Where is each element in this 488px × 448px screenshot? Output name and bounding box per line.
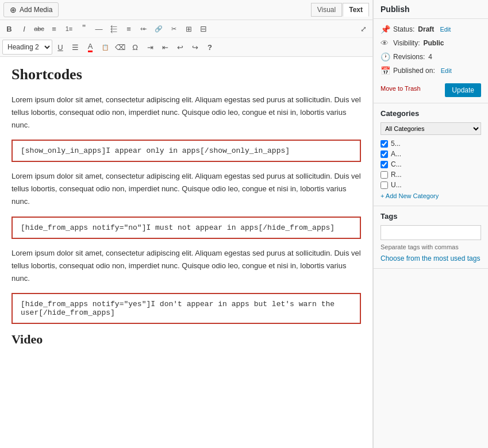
- omega-icon: Ω: [132, 43, 138, 52]
- bold-icon: B: [6, 25, 11, 33]
- category-checkbox-2[interactable]: [381, 161, 388, 168]
- justify-button[interactable]: ☰: [68, 40, 82, 54]
- special-chars-button[interactable]: ⊞: [182, 22, 195, 36]
- bold-button[interactable]: B: [2, 22, 16, 36]
- tags-title: Tags: [381, 212, 481, 221]
- toolbar-row-2: Heading 2 Paragraph Heading 1 Heading 3 …: [0, 38, 372, 56]
- category-checkbox-4[interactable]: [381, 181, 388, 189]
- toolbar-row-1: B I abc ≡ 1≡ " — ⬱ ≡ ⬰ 🔗 ✂ ⊞ ⊟ ⤢: [0, 20, 372, 38]
- erase-icon: ⌫: [115, 43, 125, 52]
- paragraph-3[interactable]: Lorem ipsum dolor sit amet, consectetur …: [11, 247, 361, 285]
- table-button[interactable]: ⊟: [197, 22, 210, 36]
- justify-icon: ☰: [72, 43, 79, 52]
- visibility-label: Visibility:: [393, 39, 420, 47]
- fullscreen-button[interactable]: ⤢: [356, 22, 370, 36]
- category-label-1: A...: [391, 150, 401, 158]
- hr-button[interactable]: —: [92, 22, 106, 36]
- ordered-list-button[interactable]: 1≡: [62, 22, 76, 36]
- redo-button[interactable]: ↪: [188, 40, 202, 54]
- tab-text[interactable]: Text: [343, 3, 369, 17]
- align-left-button[interactable]: ⬱: [107, 22, 121, 36]
- editor-toolbar: B I abc ≡ 1≡ " — ⬱ ≡ ⬰ 🔗 ✂ ⊞ ⊟ ⤢ Headi: [0, 20, 372, 57]
- revisions-value: 4: [428, 53, 432, 61]
- update-button[interactable]: Update: [445, 83, 481, 97]
- add-category-link[interactable]: + Add New Category: [381, 192, 439, 199]
- blockquote-button[interactable]: ": [77, 22, 91, 36]
- pin-icon: 📌: [381, 25, 390, 34]
- status-row: 📌 Status: Draft Edit: [381, 25, 481, 34]
- main-heading[interactable]: Shortcodes: [11, 66, 361, 83]
- indent-icon: ⇥: [147, 43, 153, 52]
- move-to-trash-link[interactable]: Move to Trash: [381, 83, 421, 94]
- revisions-label: Revisions:: [393, 53, 425, 61]
- choose-from-used-link[interactable]: Choose from the most used tags: [381, 254, 480, 262]
- align-right-icon: ⬰: [140, 24, 147, 33]
- published-label: Published on:: [393, 67, 435, 75]
- redo-icon: ↪: [192, 43, 198, 52]
- tags-section: Tags Separate tags with commas Choose fr…: [374, 206, 488, 269]
- status-label: Status:: [393, 25, 414, 33]
- shortcode-block-2[interactable]: [hide_from_apps notify="no"]I must not a…: [11, 217, 361, 239]
- view-tabs: Visual Text: [311, 3, 369, 17]
- text-color-button[interactable]: A: [83, 40, 97, 54]
- paragraph-1[interactable]: Lorem ipsum dolor sit amet, consectetur …: [11, 94, 361, 132]
- shortcode-block-3[interactable]: [hide_from_apps notify="yes"]I don't app…: [11, 293, 361, 324]
- shortcode-block-1[interactable]: [show_only_in_apps]I appear only in apps…: [11, 140, 361, 162]
- align-right-button[interactable]: ⬰: [137, 22, 151, 36]
- strikethrough-icon: abc: [34, 25, 44, 32]
- link-icon: 🔗: [155, 25, 163, 33]
- visibility-row: 👁 Visibility: Public: [381, 38, 481, 48]
- shortcode-text-1: [show_only_in_apps]I appear only in apps…: [21, 146, 290, 155]
- editor-content: Shortcodes Lorem ipsum dolor sit amet, c…: [0, 57, 372, 448]
- strikethrough-button[interactable]: abc: [32, 22, 46, 36]
- visibility-value: Public: [423, 39, 444, 47]
- paste-as-text-button[interactable]: 📋: [98, 40, 112, 54]
- edit-published-link[interactable]: Edit: [441, 67, 452, 74]
- tags-separator-note: Separate tags with commas: [381, 244, 481, 250]
- category-item-3: R...: [381, 171, 481, 179]
- eye-icon: 👁: [381, 38, 390, 48]
- indent-button[interactable]: ⇥: [143, 40, 157, 54]
- all-categories-dropdown[interactable]: All Categories: [381, 122, 481, 135]
- special-chars-icon: ⊞: [186, 25, 192, 33]
- fullscreen-icon: ⤢: [360, 25, 367, 33]
- italic-button[interactable]: I: [17, 22, 31, 36]
- category-item-2: C...: [381, 160, 481, 168]
- clock-icon: 🕐: [381, 52, 390, 61]
- calendar-icon: 📅: [381, 66, 390, 75]
- ol-icon: 1≡: [66, 25, 73, 32]
- outdent-button[interactable]: ⇤: [158, 40, 172, 54]
- category-checkbox-0[interactable]: [381, 140, 388, 148]
- paragraph-2[interactable]: Lorem ipsum dolor sit amet, consectetur …: [11, 170, 361, 208]
- add-media-label: Add Media: [20, 6, 52, 14]
- heading-select[interactable]: Heading 2 Paragraph Heading 1 Heading 3 …: [2, 40, 52, 55]
- tab-visual[interactable]: Visual: [311, 3, 342, 17]
- outdent-icon: ⇤: [162, 43, 168, 52]
- add-media-button[interactable]: ⊕ Add Media: [3, 2, 59, 17]
- tags-input[interactable]: [381, 225, 481, 240]
- publish-title: Publish: [381, 5, 410, 14]
- shortcode-text-3: [hide_from_apps notify="yes"]I don't app…: [21, 300, 335, 317]
- special-char-button[interactable]: Ω: [128, 40, 142, 54]
- underline-button[interactable]: U: [53, 40, 67, 54]
- text-color-icon: A: [88, 42, 93, 53]
- ul-icon: ≡: [52, 25, 56, 33]
- category-item-0: 5...: [381, 140, 481, 148]
- category-checkbox-3[interactable]: [381, 171, 388, 179]
- video-heading[interactable]: Video: [11, 332, 361, 347]
- clear-format-button[interactable]: ⌫: [113, 40, 127, 54]
- category-item-1: A...: [381, 150, 481, 158]
- help-button[interactable]: ?: [203, 40, 217, 54]
- category-label-4: U...: [391, 181, 402, 189]
- unordered-list-button[interactable]: ≡: [47, 22, 61, 36]
- align-left-icon: ⬱: [110, 24, 117, 33]
- category-checkbox-1[interactable]: [381, 150, 388, 158]
- align-center-button[interactable]: ≡: [122, 22, 136, 36]
- link-button[interactable]: 🔗: [152, 22, 166, 36]
- unlink-button[interactable]: ✂: [167, 22, 180, 36]
- edit-status-link[interactable]: Edit: [440, 26, 451, 33]
- category-label-3: R...: [391, 171, 402, 179]
- hr-icon: —: [95, 25, 103, 33]
- undo-button[interactable]: ↩: [173, 40, 187, 54]
- categories-title: Categories: [381, 109, 481, 118]
